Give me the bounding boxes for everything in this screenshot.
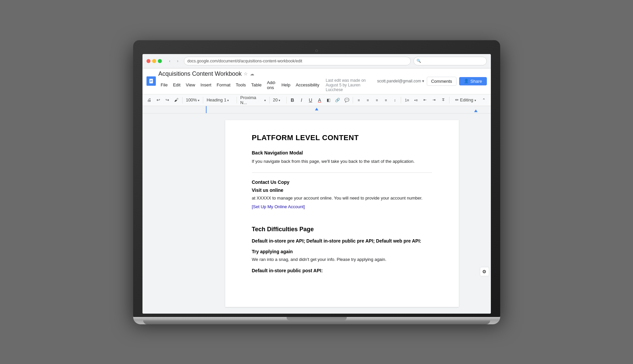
style-select[interactable]: Heading 1 xyxy=(205,96,235,104)
section-divider-1 xyxy=(252,172,432,173)
svg-marker-5 xyxy=(474,109,478,112)
forward-button[interactable]: › xyxy=(175,58,181,64)
comments-button[interactable]: Comments xyxy=(427,77,456,86)
search-icon: 🔍 xyxy=(416,59,421,63)
divider-7 xyxy=(401,97,401,103)
zoom-select[interactable]: 100% xyxy=(184,96,201,104)
undo-button[interactable]: ↩ xyxy=(154,96,163,104)
toolbar: 🖨 ↩ ↪ 🖌 100% Heading 1 xyxy=(142,94,491,106)
bullet-list-button[interactable]: •≡ xyxy=(412,96,420,104)
menu-format[interactable]: Format xyxy=(214,82,233,88)
user-email: scott.pandel@gmail.com xyxy=(377,79,421,83)
editing-chevron xyxy=(474,97,476,102)
search-bar[interactable]: 🔍 xyxy=(413,57,487,65)
paint-format-button[interactable]: 🖌 xyxy=(172,96,181,104)
menu-table[interactable]: Table xyxy=(249,82,264,88)
underline-button[interactable]: U xyxy=(306,96,315,104)
tech-try-block: Try applying again We ran into a snag, a… xyxy=(252,249,432,263)
svg-rect-2 xyxy=(150,81,152,81)
comment-button[interactable]: 💬 xyxy=(342,96,351,104)
numbered-list-button[interactable]: 1≡ xyxy=(403,96,411,104)
document-page: PLATFORM LEVEL CONTENT Back Navigation M… xyxy=(225,120,459,307)
increase-indent-button[interactable]: ⇥ xyxy=(430,96,438,104)
link-button[interactable]: 🔗 xyxy=(333,96,342,104)
ruler xyxy=(142,106,491,113)
star-icon[interactable]: ☆ xyxy=(244,71,248,76)
redo-button[interactable]: ↪ xyxy=(163,96,172,104)
justify-button[interactable]: ≡ xyxy=(382,96,390,104)
zoom-chevron xyxy=(198,97,200,102)
floating-action-button[interactable]: ⚙ xyxy=(480,267,489,276)
menu-accessibility[interactable]: Accessibility xyxy=(293,82,322,88)
menu-help[interactable]: Help xyxy=(279,82,293,88)
divider-8 xyxy=(449,97,449,103)
screen-bezel: ‹ › docs.google.com/document/d/acquisiti… xyxy=(133,40,500,318)
share-person-icon: 👤 xyxy=(464,79,469,83)
cloud-icon[interactable]: ☁ xyxy=(250,71,254,76)
laptop-base xyxy=(133,317,500,324)
zoom-value: 100% xyxy=(186,97,197,102)
font-select[interactable]: Proxima N... xyxy=(239,96,268,104)
menu-view[interactable]: View xyxy=(184,82,198,88)
menu-insert[interactable]: Insert xyxy=(198,82,214,88)
style-chevron xyxy=(227,97,229,102)
screen: ‹ › docs.google.com/document/d/acquisiti… xyxy=(142,54,491,314)
line-spacing-button[interactable]: ↕ xyxy=(391,96,399,104)
size-chevron xyxy=(279,97,280,102)
clear-format-button[interactable]: T̶ xyxy=(439,96,447,104)
laptop-base-bottom xyxy=(143,320,490,324)
section-title-contact-us: Contact Us Copy xyxy=(252,179,432,185)
title-section: Acquisitions Content Workbook ☆ ☁ File E… xyxy=(159,70,375,92)
share-button[interactable]: 👤 Share xyxy=(459,77,487,85)
camera xyxy=(315,49,318,52)
browser-nav: ‹ › xyxy=(167,58,181,64)
document-area[interactable]: PLATFORM LEVEL CONTENT Back Navigation M… xyxy=(206,113,478,314)
align-center-button[interactable]: ≡ xyxy=(364,96,372,104)
bold-button[interactable]: B xyxy=(288,96,297,104)
back-button[interactable]: ‹ xyxy=(167,58,173,64)
decrease-indent-button[interactable]: ⇤ xyxy=(421,96,429,104)
maximize-button[interactable] xyxy=(158,59,162,63)
menu-file[interactable]: File xyxy=(159,82,170,88)
collapse-toolbar-button[interactable]: ⌃ xyxy=(480,96,488,104)
section-title-back-nav: Back Navigation Modal xyxy=(252,150,432,155)
font-value: Proxima N... xyxy=(240,95,263,105)
address-bar[interactable]: docs.google.com/document/d/acquisitions-… xyxy=(184,57,411,65)
text-color-button[interactable]: A xyxy=(315,96,324,104)
align-right-button[interactable]: ≡ xyxy=(373,96,381,104)
document-title[interactable]: Acquisitions Content Workbook xyxy=(159,70,242,77)
size-select[interactable]: 20 xyxy=(271,96,285,104)
dropdown-icon: ▾ xyxy=(422,79,424,83)
last-edit-text: Last edit was made on August 5 by Lauren… xyxy=(326,78,374,92)
menu-edit[interactable]: Edit xyxy=(171,82,183,88)
title-row: Acquisitions Content Workbook ☆ ☁ xyxy=(159,70,375,77)
divider-6 xyxy=(353,97,353,103)
tech-api-block: Default in-store pre API; Default in-sto… xyxy=(252,238,432,244)
print-button[interactable]: 🖨 xyxy=(145,96,153,104)
editing-mode[interactable]: ✏ Editing xyxy=(452,96,479,103)
laptop-container: ‹ › docs.google.com/document/d/acquisiti… xyxy=(133,40,500,324)
section-title-tech: Tech Difficulties Page xyxy=(252,226,432,233)
tech-try-text: We ran into a snag, and didn't get your … xyxy=(252,256,432,263)
sidebar-left xyxy=(142,113,206,314)
contact-link[interactable]: [Set Up My Online Account] xyxy=(252,204,432,209)
font-chevron xyxy=(264,97,266,102)
section-tech-difficulties: Tech Difficulties Page Default in-store … xyxy=(252,226,432,274)
italic-button[interactable]: I xyxy=(297,96,306,104)
google-docs-app: Acquisitions Content Workbook ☆ ☁ File E… xyxy=(142,68,491,314)
highlight-button[interactable]: ◧ xyxy=(324,96,333,104)
sidebar-right: ⚙ xyxy=(478,113,491,314)
menu-addons[interactable]: Add-ons xyxy=(265,79,278,91)
document-body: PLATFORM LEVEL CONTENT Back Navigation M… xyxy=(142,113,491,314)
svg-marker-4 xyxy=(315,108,318,110)
user-account[interactable]: scott.pandel@gmail.com ▾ xyxy=(377,79,424,83)
menu-tools[interactable]: Tools xyxy=(234,82,248,88)
pencil-icon: ✏ xyxy=(455,97,459,102)
close-button[interactable] xyxy=(146,59,150,63)
header-right: scott.pandel@gmail.com ▾ Comments 👤 Shar… xyxy=(377,77,487,86)
divider-4 xyxy=(269,97,270,103)
minimize-button[interactable] xyxy=(152,59,156,63)
tech-api-title: Default in-store pre API; Default in-sto… xyxy=(252,238,432,244)
contact-text: at XXXXX to manage your account online. … xyxy=(252,195,432,202)
align-left-button[interactable]: ≡ xyxy=(355,96,363,104)
